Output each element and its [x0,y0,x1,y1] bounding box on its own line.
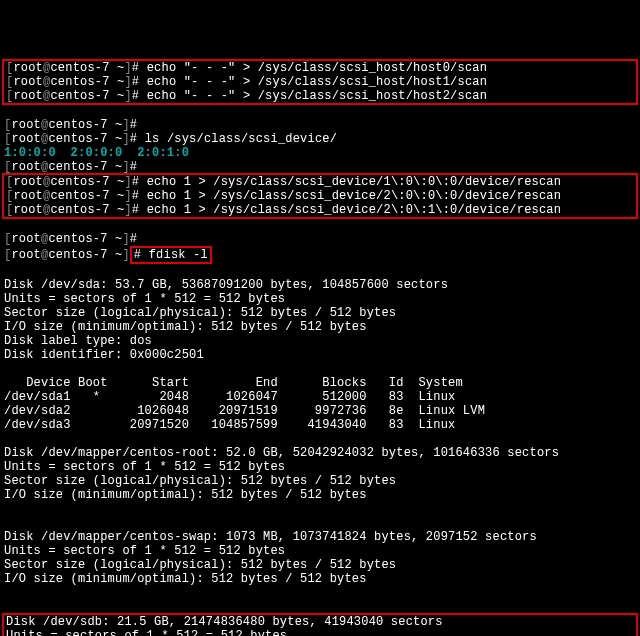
prompt-user: root [13,175,43,189]
prompt-user: root [13,61,43,75]
prompt-host: centos-7 [48,248,107,262]
prompt-host: centos-7 [50,189,109,203]
fdisk-sda-line-6: Disk identifier: 0x000c2501 [4,348,204,362]
prompt-line[interactable]: [root@centos-7 ~]# [4,160,145,174]
prompt-user: root [11,160,41,174]
fdisk-sdb-line-1: Disk /dev/sdb: 21.5 GB, 21474836480 byte… [6,615,443,629]
prompt-close-bracket: ] [124,203,131,217]
prompt-user: root [13,203,43,217]
fdisk-sda-line-5: Disk label type: dos [4,334,152,348]
fdisk-root-line-3: Sector size (logical/physical): 512 byte… [4,474,396,488]
prompt-path: ~ [108,160,123,174]
terminal-scan-block: [root@centos-7 ~]# echo "- - -" > /sys/c… [2,59,638,105]
terminal-rescan-block: [root@centos-7 ~]# echo 1 > /sys/class/s… [2,173,638,219]
fdisk-swap-line-2: Units = sectors of 1 * 512 = 512 bytes [4,544,285,558]
prompt-hash: # [132,189,147,203]
prompt-path: ~ [108,232,123,246]
prompt-user: root [13,89,43,103]
prompt-hash: # [130,160,145,174]
prompt-user: root [13,75,43,89]
prompt-path: ~ [110,89,125,103]
prompt-user: root [11,232,41,246]
prompt-path: ~ [110,189,125,203]
prompt-close-bracket: ] [124,175,131,189]
ptable-header: Device Boot Start End Blocks Id System [4,376,463,390]
prompt-user: root [11,132,41,146]
prompt-close-bracket: ] [124,189,131,203]
prompt-path: ~ [110,175,125,189]
prompt-path: ~ [110,61,125,75]
prompt-close-bracket: ] [122,132,129,146]
prompt-close-bracket: ] [124,89,131,103]
prompt-close-bracket: ] [122,248,129,262]
prompt-hash: # [132,203,147,217]
fdisk-sda-line-4: I/O size (minimum/optimal): 512 bytes / … [4,320,367,334]
prompt-host: centos-7 [50,75,109,89]
ptable-row-sda3: /dev/sda3 20971520 104857599 41943040 83… [4,418,455,432]
cmd-scan-host1: echo "- - -" > /sys/class/scsi_host/host… [147,75,487,89]
fdisk-root-line-4: I/O size (minimum/optimal): 512 bytes / … [4,488,367,502]
fdisk-root-line-1: Disk /dev/mapper/centos-root: 52.0 GB, 5… [4,446,559,460]
prompt-host: centos-7 [48,232,107,246]
fdisk-root-line-2: Units = sectors of 1 * 512 = 512 bytes [4,460,285,474]
fdisk-sda-line-3: Sector size (logical/physical): 512 byte… [4,306,396,320]
ptable-row-sda1: /dev/sda1 * 2048 1026047 512000 83 Linux [4,390,455,404]
prompt-host: centos-7 [50,89,109,103]
prompt-host: centos-7 [50,175,109,189]
prompt-host: centos-7 [50,61,109,75]
prompt-hash: # [132,75,147,89]
cmd-fdisk: fdisk -l [149,248,208,262]
fdisk-sdb-line-2: Units = sectors of 1 * 512 = 512 bytes [6,629,287,636]
prompt-close-bracket: ] [122,160,129,174]
prompt-path: ~ [110,203,125,217]
prompt-line[interactable]: [root@centos-7 ~]# echo 1 > /sys/class/s… [6,175,561,189]
cmd-rescan-2: echo 1 > /sys/class/scsi_device/2\:0\:0\… [147,189,561,203]
prompt-path: ~ [108,132,123,146]
prompt-line[interactable]: [root@centos-7 ~]# echo "- - -" > /sys/c… [6,89,487,103]
prompt-hash: # [130,232,145,246]
cmd-rescan-1: echo 1 > /sys/class/scsi_device/1\:0\:0\… [147,175,561,189]
prompt-user: root [13,189,43,203]
prompt-host: centos-7 [50,203,109,217]
prompt-user: root [11,118,41,132]
prompt-close-bracket: ] [124,75,131,89]
prompt-host: centos-7 [48,132,107,146]
prompt-hash: # [132,61,147,75]
prompt-path: ~ [108,118,123,132]
fdisk-sda-line-1: Disk /dev/sda: 53.7 GB, 53687091200 byte… [4,278,448,292]
prompt-hash: # [130,132,145,146]
prompt-line[interactable]: [root@centos-7 ~]# echo 1 > /sys/class/s… [6,189,561,203]
prompt-host: centos-7 [48,118,107,132]
prompt-line[interactable]: [root@centos-7 ~]# [4,118,145,132]
fdisk-sda-line-2: Units = sectors of 1 * 512 = 512 bytes [4,292,285,306]
prompt-line[interactable]: [root@centos-7 ~]# echo "- - -" > /sys/c… [6,61,487,75]
prompt-close-bracket: ] [124,61,131,75]
fdisk-swap-line-4: I/O size (minimum/optimal): 512 bytes / … [4,572,367,586]
cmd-ls-scsi: ls /sys/class/scsi_device/ [145,132,337,146]
prompt-close-bracket: ] [122,232,129,246]
prompt-path: ~ [108,248,123,262]
prompt-host: centos-7 [48,160,107,174]
terminal-sdb-block: Disk /dev/sdb: 21.5 GB, 21474836480 byte… [2,613,638,636]
ptable-row-sda2: /dev/sda2 1026048 20971519 9972736 8e Li… [4,404,485,418]
cmd-scan-host2: echo "- - -" > /sys/class/scsi_host/host… [147,89,487,103]
prompt-hash: # [132,89,147,103]
fdisk-swap-line-3: Sector size (logical/physical): 512 byte… [4,558,396,572]
fdisk-swap-line-1: Disk /dev/mapper/centos-swap: 1073 MB, 1… [4,530,537,544]
prompt-line[interactable]: [root@centos-7 ~]# ls /sys/class/scsi_de… [4,132,337,146]
prompt-line[interactable]: [root@centos-7 ~]# fdisk -l [4,248,212,262]
ls-scsi-output: 1:0:0:0 2:0:0:0 2:0:1:0 [4,146,189,160]
prompt-line[interactable]: [root@centos-7 ~]# echo "- - -" > /sys/c… [6,75,487,89]
cmd-rescan-3: echo 1 > /sys/class/scsi_device/2\:0\:1\… [147,203,561,217]
prompt-line[interactable]: [root@centos-7 ~]# echo 1 > /sys/class/s… [6,203,561,217]
prompt-close-bracket: ] [122,118,129,132]
cmd-scan-host0: echo "- - -" > /sys/class/scsi_host/host… [147,61,487,75]
prompt-path: ~ [110,75,125,89]
prompt-line[interactable]: [root@centos-7 ~]# [4,232,145,246]
prompt-hash: # [130,118,145,132]
prompt-hash: # [134,248,149,262]
prompt-hash: # [132,175,147,189]
prompt-user: root [11,248,41,262]
terminal-fdisk-block: # fdisk -l [130,246,212,264]
